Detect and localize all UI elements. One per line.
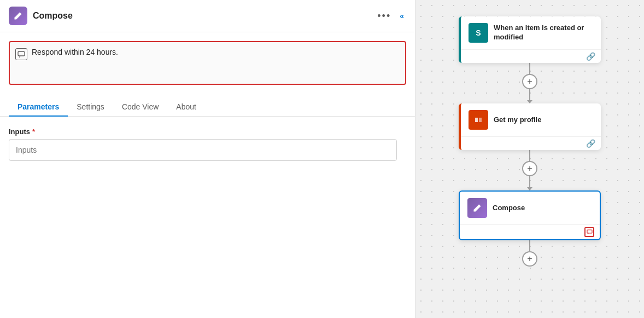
profile-link-icon: 🔗 (586, 139, 595, 148)
connector-2: + (522, 150, 537, 190)
office-icon (469, 110, 488, 130)
svg-rect-0 (18, 51, 25, 56)
sharepoint-letter: S (476, 28, 481, 37)
trigger-card-inner: S When an item is created or modified (461, 16, 601, 49)
header-actions: ••• « (375, 8, 406, 24)
compose-card-footer (460, 224, 600, 239)
profile-card-inner: Get my profile (461, 103, 601, 136)
profile-card-title: Get my profile (494, 115, 541, 125)
connector-bottom: + (522, 240, 537, 267)
expression-text: Respond within 24 hours. (32, 48, 118, 56)
compose-header: Compose ••• « (0, 0, 415, 32)
more-options-dots: ••• (377, 10, 391, 22)
tab-parameters[interactable]: Parameters (9, 98, 68, 117)
profile-card[interactable]: Get my profile 🔗 (459, 103, 601, 150)
tab-about[interactable]: About (167, 98, 205, 117)
left-panel: Compose ••• « Respond within 24 hours. P… (0, 0, 415, 318)
svg-rect-1 (473, 116, 483, 124)
required-indicator: * (32, 128, 35, 136)
connector-line-1 (529, 63, 530, 74)
expression-area[interactable]: Respond within 24 hours. (9, 41, 406, 85)
content-area: Inputs * (0, 117, 415, 172)
flow-canvas: S When an item is created or modified 🔗 … (459, 11, 601, 267)
profile-card-footer: 🔗 (461, 136, 601, 150)
trigger-link-icon: 🔗 (586, 52, 595, 61)
note-svg (587, 229, 593, 235)
trigger-card-title: When an item is created or modified (494, 24, 593, 42)
connector-line-bottom (529, 240, 530, 251)
inputs-label-container: Inputs * (9, 128, 406, 136)
expression-icon (15, 48, 27, 60)
sharepoint-icon: S (469, 23, 488, 43)
tab-settings[interactable]: Settings (68, 98, 113, 117)
compose-card[interactable]: Compose (459, 190, 601, 240)
right-panel: S When an item is created or modified 🔗 … (415, 0, 644, 318)
more-options-button[interactable]: ••• (375, 8, 393, 24)
inputs-field[interactable] (9, 139, 397, 161)
compose-note-icon (584, 227, 594, 237)
svg-rect-2 (475, 118, 478, 122)
svg-rect-3 (479, 118, 482, 122)
connector-line-1b (529, 89, 530, 100)
inputs-label: Inputs (9, 128, 30, 136)
office-logo-svg (472, 114, 484, 126)
chat-icon (17, 51, 25, 57)
compose-card-icon (467, 198, 487, 218)
connector-1: + (522, 63, 537, 103)
tab-code-view[interactable]: Code View (113, 98, 167, 117)
trigger-card-footer: 🔗 (461, 49, 601, 63)
svg-rect-4 (587, 230, 592, 233)
add-step-button-1[interactable]: + (522, 74, 537, 89)
compose-header-icon (9, 7, 27, 25)
connector-line-2b (529, 176, 530, 187)
add-step-button-bottom[interactable]: + (522, 251, 537, 267)
compose-card-inner: Compose (460, 192, 600, 224)
add-step-button-2[interactable]: + (522, 161, 537, 176)
trigger-card[interactable]: S When an item is created or modified 🔗 (459, 16, 601, 63)
compose-card-svg (472, 203, 482, 213)
compose-card-title: Compose (493, 204, 525, 213)
tabs-container: Parameters Settings Code View About (0, 98, 415, 117)
compose-icon-svg (13, 11, 23, 21)
panel-title: Compose (33, 11, 370, 21)
connector-line-2 (529, 150, 530, 161)
collapse-icon: « (400, 11, 404, 20)
collapse-button[interactable]: « (397, 9, 406, 22)
